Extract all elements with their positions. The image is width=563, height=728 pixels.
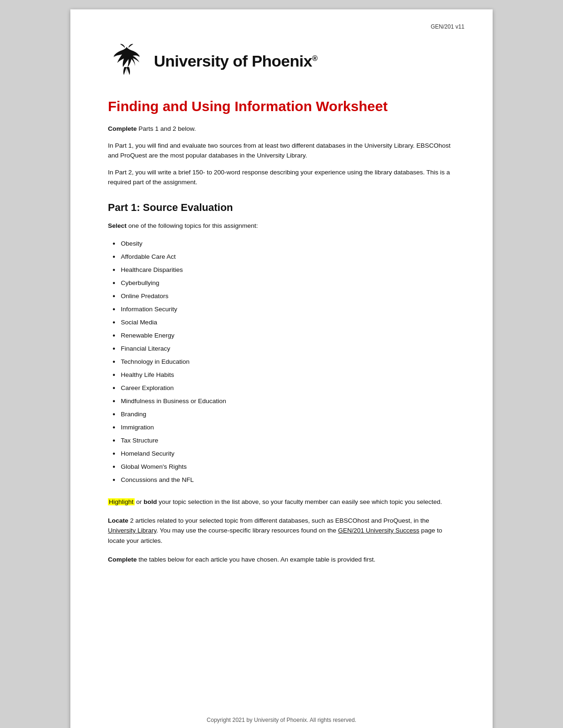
select-text: one of the following topics for this ass… [127, 222, 258, 229]
intro-part1: In Part 1, you will find and evaluate tw… [108, 141, 455, 161]
locate-text2: . You may use the course-specific librar… [156, 527, 338, 534]
university-library-link[interactable]: University Library [108, 527, 156, 534]
part1-title: Part 1: Source Evaluation [108, 202, 455, 214]
complete-text: Parts 1 and 2 below. [137, 125, 196, 132]
gen201-link[interactable]: GEN/201 University Success [338, 527, 419, 534]
topic-list-item: Tax Structure [113, 434, 455, 447]
highlight-note: Highlight or bold your topic selection i… [108, 497, 455, 507]
highlight-or: or [135, 498, 144, 505]
complete-tables-label: Complete [108, 556, 137, 563]
topic-list-item: Social Media [113, 316, 455, 329]
highlight-word: Highlight [108, 498, 135, 505]
topic-list-item: Affordable Care Act [113, 250, 455, 263]
version-tag: GEN/201 v11 [431, 23, 464, 30]
page-title: Finding and Using Information Worksheet [108, 98, 455, 114]
select-label: Select [108, 222, 127, 229]
locate-note: Locate 2 articles related to your select… [108, 516, 455, 546]
document-page: GEN/201 v11 University of Pho [70, 9, 493, 728]
topic-list: ObesityAffordable Care ActHealthcare Dis… [113, 237, 455, 487]
intro-part2: In Part 2, you will write a brief 150- t… [108, 167, 455, 188]
highlight-rest: your topic selection in the list above, … [157, 498, 442, 505]
topic-list-item: Healthcare Disparities [113, 263, 455, 277]
university-logo [108, 42, 145, 80]
intro-complete: Complete Parts 1 and 2 below. [108, 124, 455, 134]
topic-list-item: Immigration [113, 421, 455, 434]
topic-list-item: Technology in Education [113, 355, 455, 368]
footer: Copyright 2021 by University of Phoenix.… [70, 717, 493, 723]
topic-list-item: Concussions and the NFL [113, 473, 455, 487]
topic-list-item: Mindfulness in Business or Education [113, 395, 455, 408]
select-instruction: Select one of the following topics for t… [108, 221, 455, 231]
topic-list-item: Healthy Life Habits [113, 368, 455, 382]
university-name: University of Phoenix® [154, 52, 317, 70]
topic-list-item: Obesity [113, 237, 455, 250]
footer-text: Copyright 2021 by University of Phoenix.… [207, 717, 357, 723]
header-section: University of Phoenix® [108, 42, 455, 80]
complete-tables-text: the tables below for each article you ha… [137, 556, 376, 563]
complete-tables-note: Complete the tables below for each artic… [108, 555, 455, 565]
topic-list-item: Information Security [113, 303, 455, 316]
topic-list-item: Cyberbullying [113, 277, 455, 290]
topic-list-item: Homeland Security [113, 447, 455, 460]
topic-list-item: Renewable Energy [113, 329, 455, 342]
topic-list-item: Online Predators [113, 290, 455, 303]
topic-list-item: Career Exploration [113, 382, 455, 395]
locate-text1: 2 articles related to your selected topi… [129, 517, 429, 524]
topic-list-item: Financial Literacy [113, 342, 455, 355]
bold-word: bold [144, 498, 157, 505]
complete-label: Complete [108, 125, 137, 132]
locate-label: Locate [108, 517, 129, 524]
topic-list-item: Global Women's Rights [113, 460, 455, 473]
topic-list-item: Branding [113, 408, 455, 421]
